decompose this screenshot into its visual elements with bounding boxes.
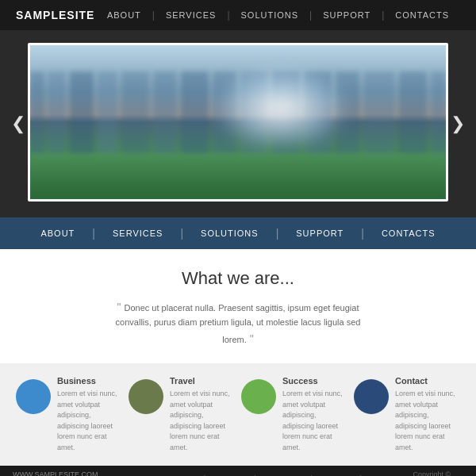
feature-success-label: Success bbox=[282, 376, 347, 386]
footer-copyright: Copyright © 2013 bbox=[413, 470, 463, 476]
secondary-nav: ABOUT | SERVICES | SOLUTIONS | SUPPORT |… bbox=[0, 217, 476, 249]
top-nav-support[interactable]: SUPPORT bbox=[312, 10, 382, 20]
top-nav-contacts[interactable]: CONTACTS bbox=[384, 10, 460, 20]
sec-nav-solutions[interactable]: SOLUTIONS bbox=[183, 228, 276, 238]
footer: WWW.SAMPLESITE.COM @SAMPLESITE ABOUT | S… bbox=[0, 466, 476, 476]
top-nav-solutions[interactable]: SOLUTIONS bbox=[230, 10, 310, 20]
feature-business-label: Business bbox=[57, 376, 122, 386]
feature-contact-label: Contact bbox=[395, 376, 460, 386]
feature-travel-desc: Lorem et visi nunc, amet volutpat adipis… bbox=[170, 389, 235, 453]
footer-site-url[interactable]: WWW.SAMPLESITE.COM bbox=[13, 470, 98, 476]
hero-next-button[interactable]: ❯ bbox=[451, 113, 465, 134]
feature-contact: Contact Lorem et visi nunc, amet volutpa… bbox=[354, 376, 460, 453]
top-nav-services[interactable]: SERVICES bbox=[155, 10, 227, 20]
hero-section: ❮ ❯ bbox=[0, 30, 476, 217]
feature-business-text: Business Lorem et visi nunc, amet volutp… bbox=[57, 376, 122, 453]
quote-close-icon: " bbox=[250, 332, 254, 345]
logo: SAMPLESITE bbox=[16, 9, 94, 21]
hero-glow bbox=[217, 68, 344, 148]
feature-contact-icon bbox=[354, 379, 389, 414]
feature-business-desc: Lorem et visi nunc, amet volutpat adipis… bbox=[57, 389, 122, 453]
feature-travel-label: Travel bbox=[170, 376, 235, 386]
quote-open-icon: " bbox=[117, 301, 121, 313]
feature-travel-icon bbox=[129, 379, 163, 414]
sec-nav-services[interactable]: SERVICES bbox=[95, 228, 180, 238]
feature-success-desc: Lorem et visi nunc, amet volutpat adipis… bbox=[282, 389, 347, 453]
features-section: Business Lorem et visi nunc, amet volutp… bbox=[0, 363, 476, 466]
feature-success-text: Success Lorem et visi nunc, amet volutpa… bbox=[282, 376, 347, 453]
feature-contact-desc: Lorem et visi nunc, amet volutpat adipis… bbox=[395, 389, 460, 453]
sec-nav-about[interactable]: ABOUT bbox=[23, 228, 92, 238]
main-quote: "Donec ut placerat nulla. Praesent sagit… bbox=[103, 298, 373, 347]
main-content: What we are... "Donec ut placerat nulla.… bbox=[0, 249, 476, 363]
header: SAMPLESITE ABOUT | SERVICES | SOLUTIONS … bbox=[0, 0, 476, 30]
hero-image-inner bbox=[30, 45, 446, 199]
hero-image bbox=[28, 43, 448, 202]
main-quote-text: Donec ut placerat nulla. Praesent sagitt… bbox=[116, 303, 361, 344]
top-nav-about[interactable]: ABOUT bbox=[96, 10, 152, 20]
top-nav: ABOUT | SERVICES | SOLUTIONS | SUPPORT |… bbox=[96, 10, 460, 21]
feature-travel: Travel Lorem et visi nunc, amet volutpat… bbox=[129, 376, 235, 453]
feature-contact-text: Contact Lorem et visi nunc, amet volutpa… bbox=[395, 376, 460, 453]
main-title: What we are... bbox=[48, 268, 428, 289]
feature-business-icon bbox=[16, 379, 51, 414]
sec-nav-support[interactable]: SUPPORT bbox=[278, 228, 361, 238]
feature-travel-text: Travel Lorem et visi nunc, amet volutpat… bbox=[170, 376, 235, 453]
footer-left: WWW.SAMPLESITE.COM @SAMPLESITE bbox=[13, 470, 153, 476]
sec-nav-contacts[interactable]: CONTACTS bbox=[364, 228, 453, 238]
feature-success: Success Lorem et visi nunc, amet volutpa… bbox=[241, 376, 347, 453]
feature-business: Business Lorem et visi nunc, amet volutp… bbox=[16, 376, 122, 453]
feature-success-icon bbox=[241, 379, 276, 414]
hero-prev-button[interactable]: ❮ bbox=[11, 113, 25, 134]
